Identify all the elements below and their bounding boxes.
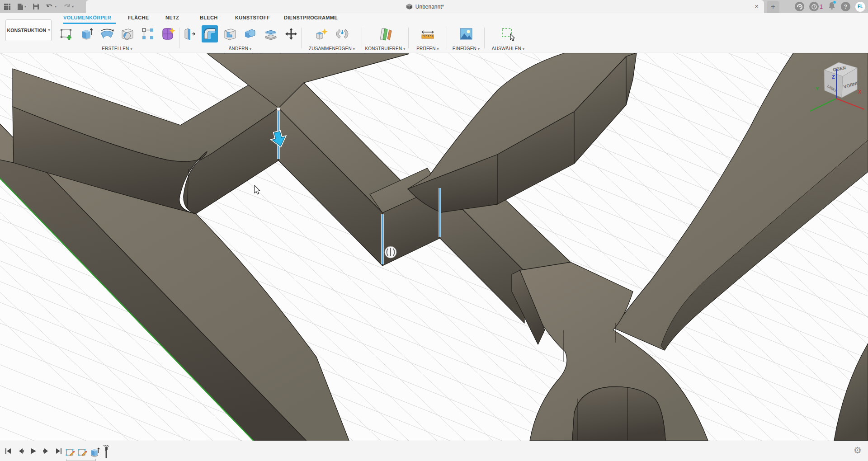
combine-icon: [243, 27, 258, 41]
group-label-erstellen[interactable]: ERSTELLEN ▾: [58, 46, 176, 51]
help-button[interactable]: ?: [841, 2, 850, 11]
move-copy-button[interactable]: [283, 25, 299, 42]
new-tab-button[interactable]: +: [767, 1, 779, 13]
settings-gear-icon[interactable]: ⚙: [854, 445, 862, 456]
job-status-icon: [809, 2, 819, 11]
tab-volumenkoerper[interactable]: VOLUMENKÖRPER: [63, 15, 111, 20]
offset-face-button[interactable]: [263, 25, 279, 42]
fillet-icon: [203, 27, 217, 41]
redo-button[interactable]: ▾: [63, 4, 74, 10]
revolve-button[interactable]: [99, 25, 115, 42]
group-konstruieren: KONSTRUIEREN ▾: [363, 24, 407, 52]
undo-button[interactable]: ▾: [46, 4, 57, 10]
viewcube-axis-label-x: X: [858, 89, 862, 94]
notifications-button[interactable]: [828, 1, 836, 12]
document-title: Unbenannt*: [415, 4, 444, 10]
joint-icon: [335, 27, 350, 41]
tab-dienstprogramme[interactable]: DIENSTPROGRAMME: [284, 15, 338, 20]
construction-plane-button[interactable]: [377, 25, 393, 42]
group-divider: [447, 28, 447, 48]
timeline-item-sketch-1[interactable]: [65, 447, 75, 460]
document-tab[interactable]: Unbenannt* ×: [86, 0, 764, 13]
timeline-items: [65, 445, 110, 460]
move-copy-icon: [284, 27, 298, 41]
timeline-item-extrude[interactable]: [90, 447, 100, 460]
hole-button[interactable]: [119, 25, 136, 42]
workspace-selector[interactable]: KONSTRUKTION ▾: [5, 19, 52, 41]
viewcube-axis-label-z: Z: [832, 74, 835, 80]
extrude-icon: [80, 27, 94, 41]
offset-face-icon: [264, 27, 278, 41]
titlebar-left-icons: ▾ ▾ ▾: [0, 0, 74, 13]
app-grid-icon[interactable]: [4, 3, 11, 10]
viewcube-axis-label-y: Y: [816, 86, 819, 91]
avatar[interactable]: FL: [855, 2, 865, 12]
new-component-button[interactable]: [314, 25, 330, 42]
group-label-auswaehlen[interactable]: AUSWÄHLEN ▾: [486, 46, 531, 51]
shell-button[interactable]: [222, 25, 238, 42]
revolve-icon: [99, 27, 115, 41]
insert-canvas-icon: [459, 27, 473, 41]
group-pruefen: PRÜFEN ▾: [410, 24, 446, 52]
press-pull-icon: [183, 27, 196, 41]
create-sketch-button[interactable]: [58, 25, 75, 42]
timeline-item-sketch-2[interactable]: [77, 447, 87, 460]
edge-endpoint-handle[interactable]: [277, 108, 280, 111]
hole-icon: [120, 27, 135, 41]
go-to-end-button[interactable]: [54, 446, 63, 456]
timeline-controls: [4, 446, 63, 456]
close-tab-button[interactable]: ×: [755, 2, 759, 11]
timeline-group-bracket: [66, 459, 96, 461]
group-label-konstruieren[interactable]: KONSTRUIEREN ▾: [363, 46, 407, 51]
extensions-icon[interactable]: [795, 2, 804, 11]
group-label-einfuegen[interactable]: EINFÜGEN ▾: [448, 46, 484, 51]
job-status[interactable]: 1: [809, 2, 823, 11]
notification-dot: [833, 0, 836, 4]
step-forward-button[interactable]: [42, 446, 51, 456]
tab-kunststoff[interactable]: KUNSTSTOFF: [235, 15, 270, 20]
caret-icon: ▾: [48, 28, 50, 32]
caret-icon: ▾: [24, 5, 26, 9]
fillet-radius-badge[interactable]: [385, 246, 396, 258]
document-cube-icon: [406, 3, 413, 10]
caret-icon: ▾: [72, 5, 74, 9]
create-form-button[interactable]: [160, 25, 176, 42]
caret-icon: ▾: [55, 5, 57, 9]
measure-icon: [420, 27, 435, 41]
tab-netz[interactable]: NETZ: [165, 15, 179, 20]
ribbon-toolbar: KONSTRUKTION ▾ VOLUMENKÖRPER FLÄCHE NETZ…: [0, 13, 868, 52]
fillet-button[interactable]: [202, 25, 218, 42]
combine-button[interactable]: [242, 25, 259, 42]
play-button[interactable]: [29, 446, 38, 456]
extrude-button[interactable]: [79, 25, 95, 42]
tab-blech[interactable]: BLECH: [200, 15, 217, 20]
step-back-button[interactable]: [16, 446, 25, 456]
group-divider: [301, 28, 302, 48]
timeline-position-marker[interactable]: [103, 445, 110, 460]
group-erstellen: ERSTELLEN ▾: [58, 24, 176, 52]
select-icon: [500, 27, 516, 41]
rectangular-pattern-button[interactable]: [140, 25, 156, 42]
group-auswaehlen: AUSWÄHLEN ▾: [486, 24, 531, 52]
viewport-3d[interactable]: OBEN LINKS VORNE Z Y X: [0, 53, 868, 441]
tab-flaeche[interactable]: FLÄCHE: [128, 15, 149, 20]
group-divider: [179, 28, 179, 48]
save-button[interactable]: [33, 3, 39, 10]
press-pull-button[interactable]: [181, 25, 198, 42]
measure-button[interactable]: [420, 25, 436, 42]
group-zusammenfuegen: ZUSAMMENFÜGEN ▾: [303, 24, 361, 52]
group-divider: [484, 28, 485, 48]
insert-canvas-button[interactable]: [458, 25, 474, 42]
joint-button[interactable]: [334, 25, 350, 42]
group-label-zusammenfuegen[interactable]: ZUSAMMENFÜGEN ▾: [303, 46, 361, 51]
new-component-icon: [315, 27, 329, 41]
select-button[interactable]: [500, 25, 516, 42]
group-label-aendern[interactable]: ÄNDERN ▾: [181, 46, 299, 51]
go-to-start-button[interactable]: [4, 446, 13, 456]
ribbon-tabs: VOLUMENKÖRPER FLÄCHE NETZ BLECH KUNSTSTO…: [0, 14, 868, 22]
group-label-pruefen[interactable]: PRÜFEN ▾: [410, 46, 446, 51]
shell-icon: [223, 27, 237, 41]
timeline-bar: ⚙: [0, 441, 868, 461]
titlebar-right-icons: 1 ? FL: [795, 0, 865, 13]
file-menu-button[interactable]: ▾: [17, 3, 26, 10]
